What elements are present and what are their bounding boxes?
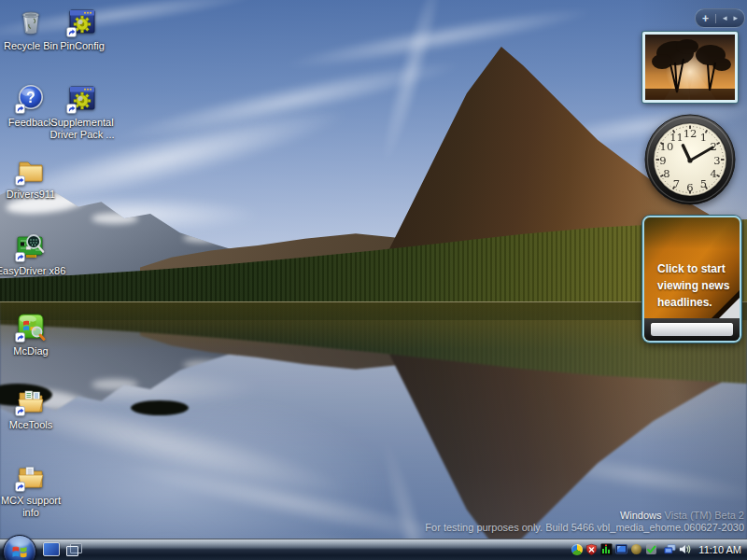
svg-text:4: 4 <box>710 167 716 180</box>
icon-label: MceTools <box>0 419 66 431</box>
svg-text:1: 1 <box>700 131 707 144</box>
desktop-icon-mcdiag[interactable]: McDiag <box>0 311 66 357</box>
tray-msn-icon[interactable] <box>571 543 583 555</box>
watermark-build-line: For testing purposes only. Build 5466.vb… <box>425 522 744 534</box>
quick-launch <box>43 539 82 560</box>
icon-label: PinConfig <box>47 40 118 52</box>
taskbar[interactable]: 11:10 AM <box>0 539 747 560</box>
shortcut-arrow-icon <box>15 175 25 186</box>
folder-icon <box>15 154 47 186</box>
news-scroll-bar[interactable] <box>651 323 733 336</box>
desktop[interactable]: Recycle Bin <box>0 0 747 560</box>
shortcut-arrow-icon <box>66 27 77 37</box>
start-button[interactable] <box>3 535 36 560</box>
sidebar-controls: + ◂ ▸ <box>695 8 745 28</box>
app-window-gear-icon <box>66 82 98 114</box>
recycle-bin-icon <box>15 6 47 37</box>
desktop-icon-pinconfig[interactable]: PinConfig <box>47 6 118 52</box>
front-window <box>66 546 78 556</box>
question-ball-icon: ? <box>15 82 47 114</box>
svg-text:7: 7 <box>673 177 680 190</box>
rock <box>131 400 189 415</box>
shortcut-arrow-icon <box>66 104 77 114</box>
add-gadget-button[interactable]: + <box>702 13 709 24</box>
tray-clock[interactable]: 11:10 AM <box>698 544 741 555</box>
tray-security-alert-icon[interactable] <box>585 543 598 555</box>
watermark-edition: Vista (TM) Beta 2 <box>665 510 744 521</box>
switch-windows-icon[interactable] <box>66 543 82 556</box>
news-feed-gadget[interactable]: Click to start viewing news headlines. <box>642 216 741 343</box>
divider <box>715 14 716 23</box>
desktop-icon-mcx-support-info[interactable]: MCX support info <box>0 460 66 519</box>
shortcut-arrow-icon <box>15 482 25 492</box>
slideshow-gadget[interactable] <box>642 32 738 103</box>
icon-label: Drivers911 <box>0 189 66 201</box>
diagnostics-icon <box>15 311 47 343</box>
svg-text:?: ? <box>26 90 35 105</box>
slideshow-photo <box>645 35 735 100</box>
waterline <box>0 301 747 302</box>
svg-text:12: 12 <box>684 127 698 140</box>
icon-label: McDiag <box>0 345 66 357</box>
desktop-icon-drivers911[interactable]: Drivers911 <box>0 154 66 201</box>
svg-text:9: 9 <box>659 154 666 167</box>
desktop-icon-easydriver[interactable]: EasyDriver x86 <box>0 231 74 277</box>
desktop-icon-mcetools[interactable]: MceTools <box>0 385 66 431</box>
svg-text:3: 3 <box>713 154 720 167</box>
show-desktop-icon[interactable] <box>43 542 60 556</box>
lake <box>0 301 747 539</box>
icon-label: Supplemental Driver Pack ... <box>47 117 118 141</box>
svg-text:11: 11 <box>669 131 684 144</box>
clock-gadget[interactable]: 12 1 2 3 4 5 6 7 8 9 10 11 <box>642 112 738 207</box>
tray-hw-monitor-icon[interactable] <box>600 543 613 555</box>
next-page-button[interactable]: ▸ <box>733 14 738 22</box>
prev-page-button[interactable]: ◂ <box>723 14 727 22</box>
shortcut-arrow-icon <box>15 104 25 114</box>
tray-volume-icon[interactable] <box>679 543 691 555</box>
svg-text:6: 6 <box>686 181 693 194</box>
system-tray: 11:10 AM <box>571 539 745 560</box>
svg-text:5: 5 <box>700 177 707 190</box>
shortcut-arrow-icon <box>15 332 25 343</box>
tray-display-icon[interactable] <box>615 543 627 555</box>
news-top-shade <box>644 217 740 249</box>
icon-label: MCX support info <box>0 495 66 519</box>
tray-update-icon[interactable] <box>630 543 642 555</box>
circuit-board-icon <box>15 231 47 262</box>
desktop-icon-supplemental-driver-pack[interactable]: Supplemental Driver Pack ... <box>47 82 118 141</box>
page-curl <box>719 298 740 318</box>
tray-health-ok-icon[interactable] <box>645 543 657 555</box>
shortcut-arrow-icon <box>15 252 25 262</box>
tray-network-icon[interactable] <box>664 543 676 555</box>
folder-documents-icon <box>15 385 47 416</box>
icon-label: EasyDriver x86 <box>0 265 74 277</box>
watermark-brand: Windows <box>620 510 662 521</box>
build-watermark: Windows Vista (TM) Beta 2 For testing pu… <box>425 510 744 534</box>
shortcut-arrow-icon <box>15 406 25 416</box>
folder-documents-icon <box>15 460 47 492</box>
windows-flag-icon <box>11 543 28 560</box>
app-window-gear-icon <box>66 6 98 37</box>
svg-text:8: 8 <box>663 167 669 180</box>
watermark-line1: Windows Vista (TM) Beta 2 <box>425 510 744 522</box>
